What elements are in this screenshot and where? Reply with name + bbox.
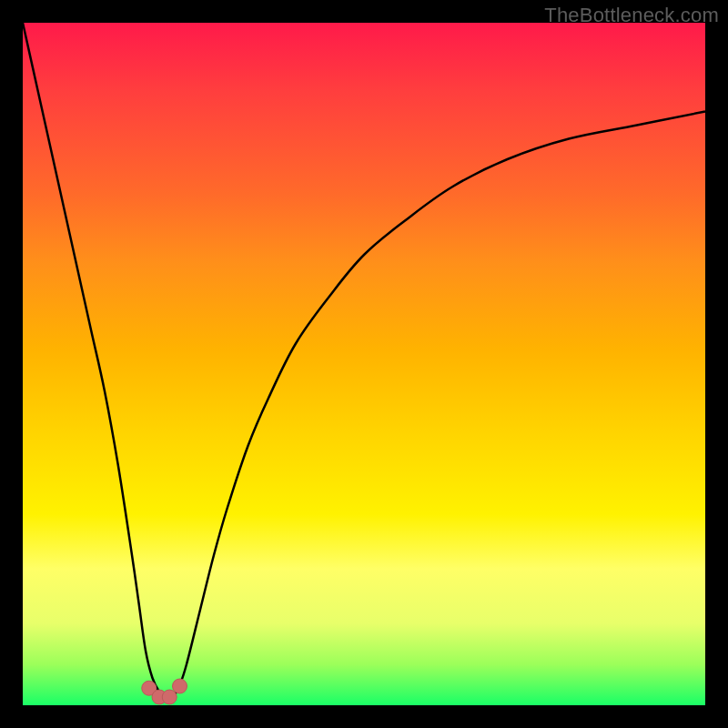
curve-markers bbox=[142, 679, 187, 704]
plot-area bbox=[23, 23, 705, 705]
chart-svg bbox=[23, 23, 705, 705]
chart-frame: TheBottleneck.com bbox=[0, 0, 728, 728]
curve-left-branch bbox=[23, 23, 167, 699]
curve-marker bbox=[173, 679, 187, 693]
curve-right-branch bbox=[173, 112, 705, 699]
curve-marker bbox=[162, 690, 177, 704]
